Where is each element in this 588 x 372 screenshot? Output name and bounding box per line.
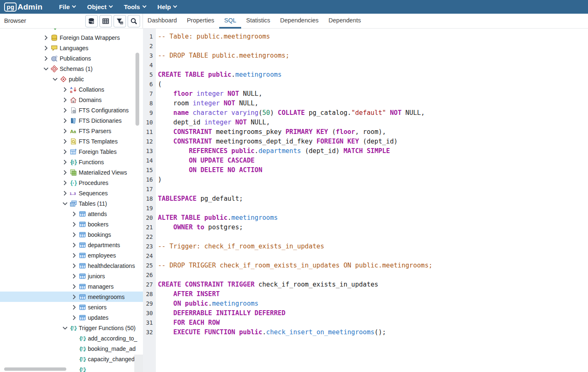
tree-item-publications[interactable]: Publications bbox=[0, 53, 143, 63]
chevron-right-icon[interactable] bbox=[60, 169, 70, 176]
tree-item-fts-dictionaries[interactable]: FTS Dictionaries bbox=[0, 115, 143, 126]
chevron-right-icon[interactable] bbox=[70, 221, 79, 228]
chevron-right-icon[interactable] bbox=[60, 128, 70, 134]
chevron-right-icon[interactable] bbox=[60, 138, 70, 145]
code-line: 23-- Trigger: check_if_room_exists_in_up… bbox=[143, 242, 588, 251]
chevron-right-icon[interactable] bbox=[60, 86, 70, 93]
sql-token-pl bbox=[158, 157, 189, 164]
tree-item-updates[interactable]: updates bbox=[0, 312, 143, 323]
tree-item-foreign-tables[interactable]: Foreign Tables bbox=[0, 146, 143, 157]
tree-vertical-scrollbar[interactable] bbox=[136, 53, 139, 126]
search-button[interactable] bbox=[128, 15, 140, 27]
chevron-down-icon[interactable] bbox=[41, 66, 51, 72]
chevron-right-icon[interactable] bbox=[60, 107, 70, 114]
chevron-right-icon[interactable] bbox=[70, 231, 79, 238]
tree-item-languages[interactable]: Languages bbox=[0, 43, 143, 53]
tree-item-fts-templates[interactable]: FTS Templates bbox=[0, 136, 143, 146]
chevron-right-icon[interactable] bbox=[60, 159, 70, 165]
sql-token-pl bbox=[158, 328, 173, 336]
menu-help[interactable]: Help bbox=[152, 0, 183, 14]
tree-item-bookings[interactable]: bookings bbox=[0, 229, 143, 240]
tree-item-managers[interactable]: managers bbox=[0, 281, 143, 292]
query-tool-button[interactable] bbox=[85, 15, 98, 27]
tree-item-procedures[interactable]: {}Procedures bbox=[0, 177, 143, 188]
tab-dependents[interactable]: Dependents bbox=[324, 14, 366, 29]
tab-dashboard[interactable]: Dashboard bbox=[143, 14, 182, 29]
tree-item-label: departments bbox=[88, 242, 120, 248]
tree-item-domains[interactable]: Domains bbox=[0, 95, 143, 105]
pgadmin-logo: pg Admin bbox=[4, 2, 42, 12]
chevron-right-icon[interactable] bbox=[41, 45, 51, 51]
tree-item-public[interactable]: public bbox=[0, 74, 143, 84]
chevron-right-icon[interactable] bbox=[70, 263, 79, 269]
chevron-down-icon[interactable] bbox=[60, 200, 70, 207]
foreign-table-icon bbox=[70, 148, 77, 156]
sql-token-pl: pg_catalog. bbox=[305, 109, 351, 117]
tree-item-collations[interactable]: ABCollations bbox=[0, 84, 143, 95]
tree-item-label: Publications bbox=[60, 55, 91, 62]
tree-item-schemas-1[interactable]: Schemas (1) bbox=[0, 63, 143, 74]
tree-item-seniors[interactable]: seniors bbox=[0, 302, 143, 312]
tree-item-healthdeclarations[interactable]: healthdeclarations bbox=[0, 260, 143, 271]
tree-item-add-according-to[interactable]: {}add_according_to_ bbox=[0, 333, 143, 343]
chevron-right-icon[interactable] bbox=[70, 252, 79, 259]
chevron-down-icon[interactable] bbox=[51, 76, 60, 83]
chevron-right-icon[interactable] bbox=[41, 55, 51, 62]
line-number: 6 bbox=[143, 80, 156, 89]
tab-properties[interactable]: Properties bbox=[182, 14, 219, 29]
tree-horizontal-scrollbar[interactable] bbox=[4, 367, 66, 371]
code-line-content: ON DELETE NO ACTION bbox=[156, 165, 262, 175]
tree-item-foreign-data-wrappers[interactable]: Foreign Data Wrappers bbox=[0, 32, 143, 43]
chevron-right-icon[interactable] bbox=[70, 283, 79, 290]
tab-sql[interactable]: SQL bbox=[219, 14, 241, 29]
tab-dependencies[interactable]: Dependencies bbox=[275, 14, 324, 29]
tree-item-tables-11[interactable]: Tables (11) bbox=[0, 198, 143, 209]
tree-item-label: Functions bbox=[79, 159, 104, 165]
tree-item-employees[interactable]: employees bbox=[0, 250, 143, 260]
chevron-right-icon[interactable] bbox=[60, 117, 70, 124]
menu-file[interactable]: File bbox=[53, 0, 81, 14]
chevron-right-icon[interactable] bbox=[70, 314, 79, 321]
tab-statistics[interactable]: Statistics bbox=[241, 14, 275, 29]
chevron-right-icon[interactable] bbox=[60, 190, 70, 197]
menu-object[interactable]: Object bbox=[81, 0, 118, 14]
fts-config-icon bbox=[70, 107, 77, 114]
filtered-rows-button[interactable] bbox=[114, 15, 126, 27]
fts-parser-icon: Aa bbox=[70, 127, 77, 135]
code-line: 32 EXECUTE FUNCTION public.check_insert_… bbox=[143, 328, 588, 337]
tree-item-item[interactable] bbox=[0, 29, 143, 32]
chevron-right-icon[interactable] bbox=[60, 148, 70, 155]
sql-token-cm: -- DROP TABLE public.meetingrooms; bbox=[158, 52, 289, 59]
chevron-right-icon[interactable] bbox=[60, 97, 70, 103]
green-partial-icon bbox=[51, 29, 59, 31]
tree-item-meetingrooms[interactable]: meetingrooms bbox=[0, 292, 143, 302]
sql-token-pl bbox=[158, 290, 173, 298]
table-icon bbox=[79, 283, 86, 290]
tree-item-fts-configurations[interactable]: FTS Configurations bbox=[0, 105, 143, 115]
chevron-right-icon[interactable] bbox=[70, 304, 79, 311]
tree-item-sequences[interactable]: 1..3Sequences bbox=[0, 188, 143, 198]
tree-item-capacity-changed[interactable]: {}capacity_changed bbox=[0, 354, 143, 364]
chevron-right-icon[interactable] bbox=[41, 34, 51, 41]
sql-code-area[interactable]: 1-- Table: public.meetingrooms23-- DROP … bbox=[143, 29, 588, 337]
sql-token-id: meetingrooms bbox=[212, 300, 259, 307]
view-data-button[interactable] bbox=[99, 15, 112, 27]
tree-item-trigger-functions-50[interactable]: {}Trigger Functions (50) bbox=[0, 323, 143, 333]
chevron-right-icon[interactable] bbox=[60, 180, 70, 186]
tree-item-booking-made-ad[interactable]: {}booking_made_ad bbox=[0, 343, 143, 354]
tree-item-fts-parsers[interactable]: AaFTS Parsers bbox=[0, 126, 143, 136]
tree-item-departments[interactable]: departments bbox=[0, 240, 143, 250]
line-number: 5 bbox=[143, 70, 156, 80]
chevron-right-icon[interactable] bbox=[70, 242, 79, 248]
menu-tools[interactable]: Tools bbox=[118, 0, 152, 14]
tree-item-bookers[interactable]: bookers bbox=[0, 219, 143, 229]
tree-indent-spacer bbox=[70, 366, 79, 372]
tree-item-juniors[interactable]: juniors bbox=[0, 271, 143, 281]
tree-item-materialized-views[interactable]: Materialized Views bbox=[0, 167, 143, 177]
chevron-right-icon[interactable] bbox=[70, 211, 79, 217]
tree-item-functions[interactable]: {}Functions bbox=[0, 157, 143, 167]
chevron-down-icon[interactable] bbox=[60, 325, 70, 331]
chevron-right-icon[interactable] bbox=[70, 294, 79, 300]
tree-item-attends[interactable]: attends bbox=[0, 209, 143, 219]
chevron-right-icon[interactable] bbox=[70, 273, 79, 280]
